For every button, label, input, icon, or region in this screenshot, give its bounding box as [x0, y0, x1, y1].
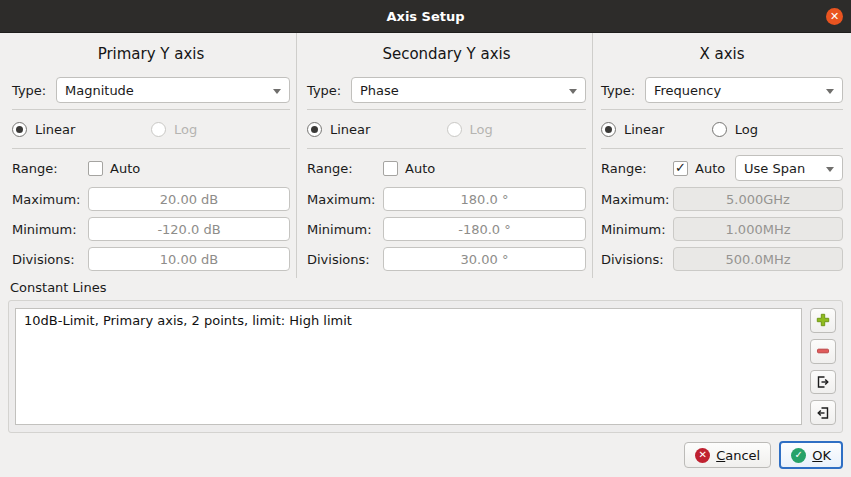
panel-title: Primary Y axis	[12, 41, 290, 67]
auto-label: Auto	[110, 161, 140, 176]
import-icon	[815, 405, 831, 421]
divisions-input-primary[interactable]	[88, 247, 290, 271]
separator	[12, 109, 290, 110]
maximum-input-primary[interactable]	[88, 187, 290, 211]
type-label: Type:	[307, 83, 351, 98]
axis-setup-dialog: Axis Setup ✕ Primary Y axis Type: Magnit…	[0, 0, 851, 477]
auto-checkbox-x[interactable]	[673, 161, 688, 176]
constant-lines-list[interactable]: 10dB-Limit, Primary axis, 2 points, limi…	[15, 308, 802, 425]
type-label: Type:	[601, 83, 645, 98]
maximum-label: Maximum:	[12, 192, 88, 207]
separator	[601, 148, 843, 149]
type-combobox-x[interactable]: Frequency	[645, 77, 843, 103]
cancel-button[interactable]: ✕ Cancel	[684, 442, 771, 468]
combobox-value: Use Span	[744, 161, 805, 176]
separator	[12, 148, 290, 149]
divisions-label: Divisions:	[307, 252, 383, 267]
radio-label: Log	[735, 122, 758, 137]
auto-label: Auto	[695, 161, 725, 176]
close-icon[interactable]: ✕	[826, 8, 843, 25]
linear-radio-secondary[interactable]: Linear	[307, 122, 447, 137]
check-icon: ✓	[791, 448, 806, 463]
chevron-down-icon	[826, 167, 834, 172]
linear-radio-primary[interactable]: Linear	[12, 122, 151, 137]
radio-label: Linear	[35, 122, 75, 137]
minimum-label: Minimum:	[307, 222, 383, 237]
radio-icon	[447, 122, 462, 137]
range-label: Range:	[601, 161, 673, 176]
type-label: Type:	[12, 83, 56, 98]
span-combobox[interactable]: Use Span	[735, 155, 843, 181]
range-label: Range:	[12, 161, 88, 176]
maximum-label: Maximum:	[307, 192, 383, 207]
list-item[interactable]: 10dB-Limit, Primary axis, 2 points, limi…	[16, 309, 801, 332]
maximum-input-x	[673, 187, 843, 211]
cancel-x-icon: ✕	[695, 448, 710, 463]
minimum-label: Minimum:	[601, 222, 673, 237]
panel-title: X axis	[601, 41, 843, 67]
range-label: Range:	[307, 161, 383, 176]
minimum-input-primary[interactable]	[88, 217, 290, 241]
ok-label: OK	[812, 448, 831, 463]
minus-icon	[815, 343, 831, 359]
auto-checkbox-primary[interactable]	[88, 161, 103, 176]
chevron-down-icon	[826, 89, 834, 94]
dialog-footer: ✕ Cancel ✓ OK	[0, 433, 851, 477]
log-radio-x[interactable]: Log	[712, 122, 843, 137]
radio-icon	[151, 122, 166, 137]
export-button[interactable]	[810, 370, 836, 395]
export-icon	[815, 374, 831, 390]
divisions-label: Divisions:	[12, 252, 88, 267]
x-axis-panel: X axis Type: Frequency Linear Log	[593, 33, 851, 278]
divisions-label: Divisions:	[601, 252, 673, 267]
primary-y-axis-panel: Primary Y axis Type: Magnitude Linear Lo…	[0, 33, 297, 278]
maximum-input-secondary[interactable]	[383, 187, 586, 211]
type-combobox-primary[interactable]: Magnitude	[56, 77, 290, 103]
minimum-input-secondary[interactable]	[383, 217, 586, 241]
radio-icon[interactable]	[712, 122, 727, 137]
radio-label: Log	[174, 122, 197, 137]
chevron-down-icon	[273, 89, 281, 94]
chevron-down-icon	[569, 89, 577, 94]
constant-lines-buttons	[802, 308, 836, 425]
log-radio-primary: Log	[151, 122, 290, 137]
separator	[307, 148, 586, 149]
constant-lines-label: Constant Lines	[0, 278, 851, 300]
auto-checkbox-secondary[interactable]	[383, 161, 398, 176]
radio-label: Log	[470, 122, 493, 137]
minimum-input-x	[673, 217, 843, 241]
constant-lines-groupbox: 10dB-Limit, Primary axis, 2 points, limi…	[8, 300, 843, 433]
minimum-label: Minimum:	[12, 222, 88, 237]
remove-button[interactable]	[810, 339, 836, 364]
log-radio-secondary: Log	[447, 122, 587, 137]
radio-icon[interactable]	[12, 122, 27, 137]
add-button[interactable]	[810, 308, 836, 333]
import-button[interactable]	[810, 400, 836, 425]
radio-label: Linear	[624, 122, 664, 137]
plus-icon	[815, 312, 831, 328]
cancel-label: Cancel	[716, 448, 760, 463]
separator	[601, 109, 843, 110]
divisions-input-x	[673, 247, 843, 271]
panel-title: Secondary Y axis	[307, 41, 586, 67]
separator	[307, 109, 586, 110]
titlebar: Axis Setup ✕	[0, 0, 851, 33]
dialog-title: Axis Setup	[386, 9, 464, 24]
maximum-label: Maximum:	[601, 192, 673, 207]
radio-label: Linear	[330, 122, 370, 137]
auto-label: Auto	[405, 161, 435, 176]
radio-icon[interactable]	[307, 122, 322, 137]
combobox-value: Frequency	[654, 83, 721, 98]
type-combobox-secondary[interactable]: Phase	[351, 77, 586, 103]
radio-icon[interactable]	[601, 122, 616, 137]
divisions-input-secondary[interactable]	[383, 247, 586, 271]
axis-columns: Primary Y axis Type: Magnitude Linear Lo…	[0, 33, 851, 278]
combobox-value: Phase	[360, 83, 399, 98]
ok-button[interactable]: ✓ OK	[779, 441, 843, 469]
combobox-value: Magnitude	[65, 83, 134, 98]
secondary-y-axis-panel: Secondary Y axis Type: Phase Linear Log	[297, 33, 593, 278]
linear-radio-x[interactable]: Linear	[601, 122, 712, 137]
